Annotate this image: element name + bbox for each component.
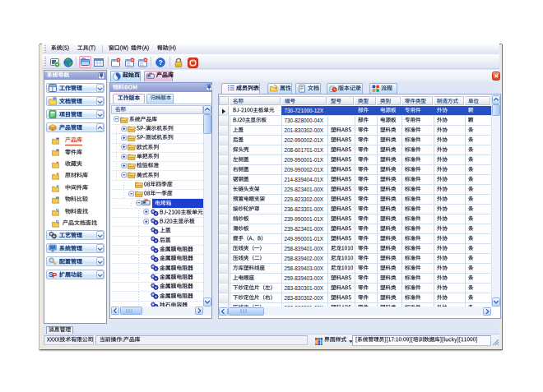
svg-text:?: ?: [158, 59, 162, 67]
svg-text:P: P: [53, 271, 57, 279]
